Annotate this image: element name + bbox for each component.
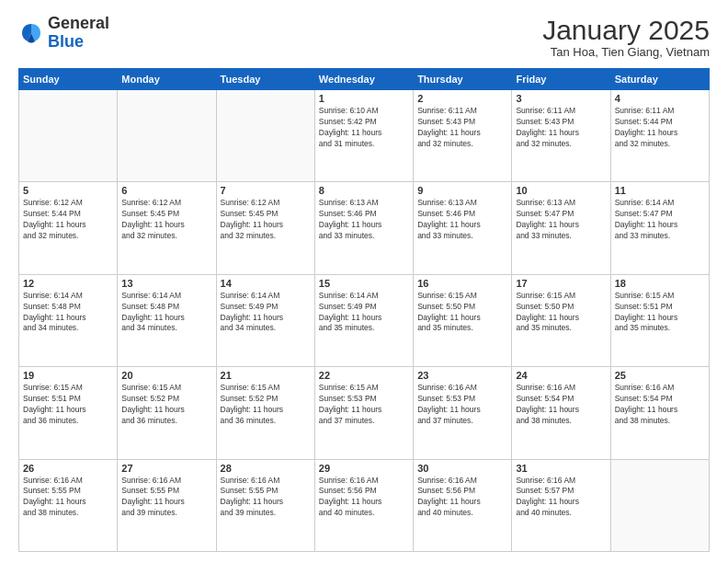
page: General Blue January 2025 Tan Hoa, Tien …: [0, 0, 728, 563]
day-info: Sunrise: 6:11 AM Sunset: 5:44 PM Dayligh…: [615, 106, 705, 150]
day-number: 12: [23, 278, 113, 289]
day-number: 8: [319, 185, 409, 196]
header: General Blue January 2025 Tan Hoa, Tien …: [18, 15, 710, 59]
calendar-cell: [610, 459, 709, 551]
day-number: 15: [319, 278, 409, 289]
day-info: Sunrise: 6:14 AM Sunset: 5:48 PM Dayligh…: [23, 291, 113, 335]
day-info: Sunrise: 6:16 AM Sunset: 5:53 PM Dayligh…: [417, 383, 507, 427]
day-number: 27: [121, 463, 211, 474]
calendar-cell: 9Sunrise: 6:13 AM Sunset: 5:46 PM Daylig…: [414, 182, 512, 274]
calendar-cell: 20Sunrise: 6:15 AM Sunset: 5:52 PM Dayli…: [118, 367, 216, 459]
day-info: Sunrise: 6:12 AM Sunset: 5:45 PM Dayligh…: [121, 198, 211, 242]
calendar-week-1: 5Sunrise: 6:12 AM Sunset: 5:44 PM Daylig…: [19, 182, 710, 274]
day-number: 22: [319, 370, 409, 381]
calendar-cell: 10Sunrise: 6:13 AM Sunset: 5:47 PM Dayli…: [512, 182, 610, 274]
calendar-cell: 16Sunrise: 6:15 AM Sunset: 5:50 PM Dayli…: [414, 274, 512, 366]
calendar-cell: 14Sunrise: 6:14 AM Sunset: 5:49 PM Dayli…: [216, 274, 314, 366]
day-info: Sunrise: 6:16 AM Sunset: 5:54 PM Dayligh…: [516, 383, 606, 427]
day-info: Sunrise: 6:14 AM Sunset: 5:49 PM Dayligh…: [221, 291, 311, 335]
day-number: 24: [516, 370, 606, 381]
calendar-cell: 24Sunrise: 6:16 AM Sunset: 5:54 PM Dayli…: [512, 367, 610, 459]
col-header-tuesday: Tuesday: [216, 69, 314, 90]
logo-general: General: [48, 14, 109, 32]
calendar-cell: 25Sunrise: 6:16 AM Sunset: 5:54 PM Dayli…: [610, 367, 709, 459]
calendar-week-4: 26Sunrise: 6:16 AM Sunset: 5:55 PM Dayli…: [19, 459, 710, 551]
day-number: 30: [417, 463, 507, 474]
calendar-cell: [19, 90, 118, 182]
day-info: Sunrise: 6:16 AM Sunset: 5:56 PM Dayligh…: [417, 476, 507, 520]
day-number: 13: [121, 278, 211, 289]
calendar-cell: 12Sunrise: 6:14 AM Sunset: 5:48 PM Dayli…: [19, 274, 118, 366]
col-header-wednesday: Wednesday: [314, 69, 413, 90]
day-info: Sunrise: 6:16 AM Sunset: 5:54 PM Dayligh…: [615, 383, 705, 427]
col-header-friday: Friday: [512, 69, 610, 90]
calendar-cell: 13Sunrise: 6:14 AM Sunset: 5:48 PM Dayli…: [118, 274, 216, 366]
calendar-cell: 29Sunrise: 6:16 AM Sunset: 5:56 PM Dayli…: [314, 459, 413, 551]
day-number: 10: [516, 185, 606, 196]
col-header-saturday: Saturday: [610, 69, 709, 90]
calendar-cell: 23Sunrise: 6:16 AM Sunset: 5:53 PM Dayli…: [414, 367, 512, 459]
calendar-cell: 17Sunrise: 6:15 AM Sunset: 5:50 PM Dayli…: [512, 274, 610, 366]
day-number: 23: [417, 370, 507, 381]
calendar-header-row: SundayMondayTuesdayWednesdayThursdayFrid…: [19, 69, 710, 90]
day-info: Sunrise: 6:16 AM Sunset: 5:55 PM Dayligh…: [121, 476, 211, 520]
day-number: 19: [23, 370, 113, 381]
month-title: January 2025: [542, 15, 710, 45]
day-number: 17: [516, 278, 606, 289]
calendar-week-3: 19Sunrise: 6:15 AM Sunset: 5:51 PM Dayli…: [19, 367, 710, 459]
day-info: Sunrise: 6:15 AM Sunset: 5:50 PM Dayligh…: [417, 291, 507, 335]
day-info: Sunrise: 6:16 AM Sunset: 5:55 PM Dayligh…: [221, 476, 311, 520]
day-info: Sunrise: 6:11 AM Sunset: 5:43 PM Dayligh…: [417, 106, 507, 150]
calendar-cell: [216, 90, 314, 182]
logo: General Blue: [18, 15, 109, 52]
day-number: 11: [615, 185, 705, 196]
day-info: Sunrise: 6:13 AM Sunset: 5:46 PM Dayligh…: [417, 198, 507, 242]
calendar-cell: 1Sunrise: 6:10 AM Sunset: 5:42 PM Daylig…: [314, 90, 413, 182]
day-info: Sunrise: 6:15 AM Sunset: 5:51 PM Dayligh…: [23, 383, 113, 427]
day-number: 16: [417, 278, 507, 289]
day-number: 6: [121, 185, 211, 196]
calendar-cell: 22Sunrise: 6:15 AM Sunset: 5:53 PM Dayli…: [314, 367, 413, 459]
day-number: 3: [516, 93, 606, 104]
calendar-cell: 27Sunrise: 6:16 AM Sunset: 5:55 PM Dayli…: [118, 459, 216, 551]
calendar-cell: 7Sunrise: 6:12 AM Sunset: 5:45 PM Daylig…: [216, 182, 314, 274]
day-info: Sunrise: 6:15 AM Sunset: 5:53 PM Dayligh…: [319, 383, 409, 427]
day-number: 21: [221, 370, 311, 381]
calendar-cell: 26Sunrise: 6:16 AM Sunset: 5:55 PM Dayli…: [19, 459, 118, 551]
day-number: 4: [615, 93, 705, 104]
day-info: Sunrise: 6:14 AM Sunset: 5:48 PM Dayligh…: [121, 291, 211, 335]
day-number: 14: [221, 278, 311, 289]
logo-icon: [18, 20, 44, 46]
day-number: 31: [516, 463, 606, 474]
day-number: 5: [23, 185, 113, 196]
day-info: Sunrise: 6:13 AM Sunset: 5:46 PM Dayligh…: [319, 198, 409, 242]
col-header-monday: Monday: [118, 69, 216, 90]
day-number: 7: [221, 185, 311, 196]
day-number: 1: [319, 93, 409, 104]
day-number: 2: [417, 93, 507, 104]
day-info: Sunrise: 6:13 AM Sunset: 5:47 PM Dayligh…: [516, 198, 606, 242]
calendar-week-0: 1Sunrise: 6:10 AM Sunset: 5:42 PM Daylig…: [19, 90, 710, 182]
day-info: Sunrise: 6:12 AM Sunset: 5:44 PM Dayligh…: [23, 198, 113, 242]
col-header-thursday: Thursday: [414, 69, 512, 90]
day-info: Sunrise: 6:16 AM Sunset: 5:57 PM Dayligh…: [516, 476, 606, 520]
calendar-cell: 30Sunrise: 6:16 AM Sunset: 5:56 PM Dayli…: [414, 459, 512, 551]
calendar-cell: 31Sunrise: 6:16 AM Sunset: 5:57 PM Dayli…: [512, 459, 610, 551]
col-header-sunday: Sunday: [19, 69, 118, 90]
day-info: Sunrise: 6:15 AM Sunset: 5:51 PM Dayligh…: [615, 291, 705, 335]
day-info: Sunrise: 6:15 AM Sunset: 5:52 PM Dayligh…: [221, 383, 311, 427]
day-info: Sunrise: 6:10 AM Sunset: 5:42 PM Dayligh…: [319, 106, 409, 150]
logo-blue: Blue: [48, 32, 84, 51]
calendar-table: SundayMondayTuesdayWednesdayThursdayFrid…: [18, 68, 710, 552]
title-block: January 2025 Tan Hoa, Tien Giang, Vietna…: [542, 15, 710, 59]
calendar-cell: 6Sunrise: 6:12 AM Sunset: 5:45 PM Daylig…: [118, 182, 216, 274]
location: Tan Hoa, Tien Giang, Vietnam: [542, 45, 710, 59]
day-info: Sunrise: 6:11 AM Sunset: 5:43 PM Dayligh…: [516, 106, 606, 150]
calendar-cell: 15Sunrise: 6:14 AM Sunset: 5:49 PM Dayli…: [314, 274, 413, 366]
day-number: 28: [221, 463, 311, 474]
calendar-cell: 8Sunrise: 6:13 AM Sunset: 5:46 PM Daylig…: [314, 182, 413, 274]
day-info: Sunrise: 6:15 AM Sunset: 5:52 PM Dayligh…: [121, 383, 211, 427]
calendar-cell: 28Sunrise: 6:16 AM Sunset: 5:55 PM Dayli…: [216, 459, 314, 551]
logo-text: General Blue: [48, 15, 109, 52]
calendar-cell: 5Sunrise: 6:12 AM Sunset: 5:44 PM Daylig…: [19, 182, 118, 274]
